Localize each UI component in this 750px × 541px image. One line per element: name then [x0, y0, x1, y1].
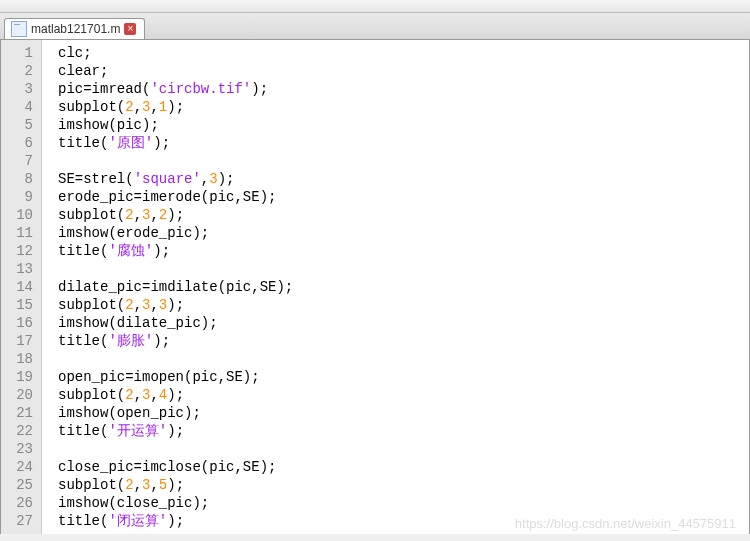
- line-number: 23: [5, 440, 33, 458]
- code-line[interactable]: [58, 260, 749, 278]
- code-line[interactable]: subplot(2,3,1);: [58, 98, 749, 116]
- number-literal: 5: [159, 477, 167, 493]
- code-line[interactable]: title('膨胀');: [58, 332, 749, 350]
- line-number: 2: [5, 62, 33, 80]
- line-number: 7: [5, 152, 33, 170]
- string-literal: '原图': [108, 135, 153, 151]
- number-literal: 2: [159, 207, 167, 223]
- code-line[interactable]: clc;: [58, 44, 749, 62]
- toolbar: [0, 0, 750, 13]
- line-number: 25: [5, 476, 33, 494]
- code-line[interactable]: dilate_pic=imdilate(pic,SE);: [58, 278, 749, 296]
- line-number: 9: [5, 188, 33, 206]
- line-number: 21: [5, 404, 33, 422]
- line-number: 6: [5, 134, 33, 152]
- line-number: 20: [5, 386, 33, 404]
- number-literal: 3: [142, 207, 150, 223]
- code-line[interactable]: subplot(2,3,5);: [58, 476, 749, 494]
- number-literal: 2: [125, 207, 133, 223]
- code-line[interactable]: [58, 152, 749, 170]
- code-line[interactable]: imshow(close_pic);: [58, 494, 749, 512]
- code-line[interactable]: erode_pic=imerode(pic,SE);: [58, 188, 749, 206]
- line-number: 27: [5, 512, 33, 530]
- code-line[interactable]: imshow(pic);: [58, 116, 749, 134]
- number-literal: 3: [159, 297, 167, 313]
- line-number: 8: [5, 170, 33, 188]
- code-line[interactable]: open_pic=imopen(pic,SE);: [58, 368, 749, 386]
- number-literal: 2: [125, 99, 133, 115]
- string-literal: '闭运算': [108, 513, 167, 529]
- code-line[interactable]: subplot(2,3,3);: [58, 296, 749, 314]
- number-literal: 2: [125, 297, 133, 313]
- code-line[interactable]: imshow(dilate_pic);: [58, 314, 749, 332]
- line-number: 15: [5, 296, 33, 314]
- code-line[interactable]: SE=strel('square',3);: [58, 170, 749, 188]
- code-line[interactable]: clear;: [58, 62, 749, 80]
- number-literal: 2: [125, 477, 133, 493]
- number-literal: 3: [142, 297, 150, 313]
- line-number: 26: [5, 494, 33, 512]
- line-number: 10: [5, 206, 33, 224]
- line-number: 12: [5, 242, 33, 260]
- number-literal: 3: [209, 171, 217, 187]
- close-icon[interactable]: ×: [124, 23, 136, 35]
- line-number: 3: [5, 80, 33, 98]
- line-number: 14: [5, 278, 33, 296]
- line-number: 18: [5, 350, 33, 368]
- watermark: https://blog.csdn.net/weixin_44575911: [515, 516, 736, 531]
- code-editor[interactable]: 1234567891011121314151617181920212223242…: [0, 40, 750, 534]
- code-line[interactable]: title('开运算');: [58, 422, 749, 440]
- file-tab[interactable]: matlab121701.m ×: [4, 18, 145, 39]
- string-literal: '腐蚀': [108, 243, 153, 259]
- code-line[interactable]: imshow(open_pic);: [58, 404, 749, 422]
- number-literal: 3: [142, 477, 150, 493]
- number-literal: 1: [159, 99, 167, 115]
- file-icon: [11, 21, 27, 37]
- line-number-gutter: 1234567891011121314151617181920212223242…: [1, 40, 42, 534]
- code-area[interactable]: clc;clear;pic=imread('circbw.tif');subpl…: [42, 40, 749, 534]
- code-line[interactable]: title('腐蚀');: [58, 242, 749, 260]
- tab-filename: matlab121701.m: [31, 22, 120, 36]
- line-number: 5: [5, 116, 33, 134]
- line-number: 16: [5, 314, 33, 332]
- line-number: 24: [5, 458, 33, 476]
- number-literal: 4: [159, 387, 167, 403]
- code-line[interactable]: [58, 350, 749, 368]
- line-number: 13: [5, 260, 33, 278]
- number-literal: 3: [142, 387, 150, 403]
- line-number: 22: [5, 422, 33, 440]
- code-line[interactable]: subplot(2,3,4);: [58, 386, 749, 404]
- code-line[interactable]: imshow(erode_pic);: [58, 224, 749, 242]
- code-line[interactable]: title('原图');: [58, 134, 749, 152]
- string-literal: 'square': [134, 171, 201, 187]
- code-line[interactable]: subplot(2,3,2);: [58, 206, 749, 224]
- number-literal: 3: [142, 99, 150, 115]
- line-number: 11: [5, 224, 33, 242]
- code-line[interactable]: [58, 440, 749, 458]
- string-literal: '开运算': [108, 423, 167, 439]
- string-literal: 'circbw.tif': [150, 81, 251, 97]
- line-number: 1: [5, 44, 33, 62]
- line-number: 17: [5, 332, 33, 350]
- number-literal: 2: [125, 387, 133, 403]
- line-number: 4: [5, 98, 33, 116]
- code-line[interactable]: close_pic=imclose(pic,SE);: [58, 458, 749, 476]
- code-line[interactable]: pic=imread('circbw.tif');: [58, 80, 749, 98]
- tab-bar: matlab121701.m ×: [0, 13, 750, 40]
- string-literal: '膨胀': [108, 333, 153, 349]
- line-number: 19: [5, 368, 33, 386]
